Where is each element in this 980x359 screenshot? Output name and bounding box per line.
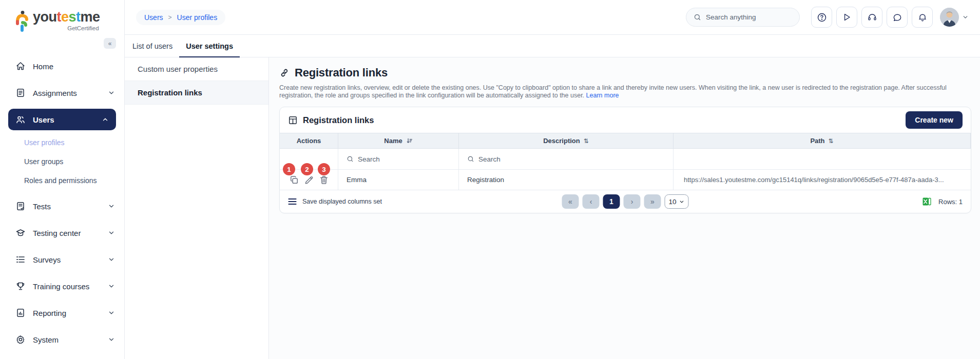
document-icon <box>15 88 26 98</box>
link-icon <box>279 68 290 78</box>
sort-icon[interactable]: ⇅ <box>829 137 834 145</box>
trophy-icon <box>15 281 26 291</box>
name-search-input[interactable] <box>358 155 419 163</box>
brand-logo: youtestme GetCertified <box>0 0 124 33</box>
sidebar-item-assignments[interactable]: Assignments <box>0 79 124 106</box>
home-icon <box>15 61 26 71</box>
global-search[interactable] <box>686 8 800 27</box>
topbar: Users > User profiles <box>125 0 980 35</box>
row-actions: 1 2 3 <box>280 170 338 190</box>
help-button[interactable] <box>811 7 832 28</box>
breadcrumb: Users > User profiles <box>136 10 225 25</box>
page-description: Create new registration links, overview,… <box>279 84 971 99</box>
user-settings-menu: Custom user properties Registration link… <box>125 57 269 359</box>
sidebar: youtestme GetCertified « Home Assignment… <box>0 0 125 359</box>
step-badge-2: 2 <box>301 163 313 175</box>
sidebar-item-reporting[interactable]: Reporting <box>0 300 124 326</box>
learn-more-link[interactable]: Learn more <box>586 92 619 99</box>
registration-links-table: Actions Name Description ⇅ Path ⇅ <box>280 133 971 190</box>
chat-button[interactable] <box>887 7 908 28</box>
sidebar-item-label: Assignments <box>33 89 77 97</box>
sidebar-item-home[interactable]: Home <box>0 53 124 79</box>
page-1-button[interactable]: 1 <box>603 194 620 209</box>
step-badge-3: 3 <box>318 163 330 175</box>
sidebar-item-testing-center[interactable]: Testing center <box>0 220 124 246</box>
column-header-path[interactable]: Path ⇅ <box>674 133 971 149</box>
rows-count-label: Rows: 1 <box>938 198 963 206</box>
user-menu[interactable] <box>940 8 969 27</box>
search-icon <box>467 155 474 163</box>
breadcrumb-users-link[interactable]: Users <box>144 13 163 22</box>
cell-name: Emma <box>338 170 459 190</box>
copy-to-clipboard-icon[interactable] <box>289 175 299 185</box>
breadcrumb-user-profiles-link[interactable]: User profiles <box>177 13 218 22</box>
notifications-bell-button[interactable] <box>912 7 933 28</box>
sidebar-collapse-button[interactable]: « <box>104 38 116 49</box>
column-header-description[interactable]: Description ⇅ <box>459 133 674 149</box>
registration-links-card: Registration links Create new Actions Na… <box>279 107 971 213</box>
test-document-icon <box>15 201 26 211</box>
brand-subtitle: GetCertified <box>33 26 100 32</box>
sidebar-item-user-profiles[interactable]: User profiles <box>0 133 124 152</box>
menu-item-custom-user-properties[interactable]: Custom user properties <box>125 57 268 81</box>
sidebar-item-label: Users <box>33 115 54 124</box>
cell-path[interactable]: https://sales1.youtestme.com/gc15141q/li… <box>674 170 971 190</box>
search-icon <box>347 155 354 163</box>
menu-item-label: Custom user properties <box>138 65 218 73</box>
column-header-actions: Actions <box>280 133 338 149</box>
users-submenu: User profiles User groups Roles and perm… <box>0 133 124 190</box>
sidebar-subitem-label: User profiles <box>24 138 65 147</box>
sidebar-nav: Home Assignments Users User profiles <box>0 53 124 353</box>
last-page-button[interactable]: » <box>644 194 661 209</box>
chevron-down-icon <box>108 229 115 236</box>
avatar[interactable] <box>940 8 959 27</box>
tabbar: List of users User settings <box>125 35 980 57</box>
list-icon <box>15 254 26 265</box>
first-page-button[interactable]: « <box>562 194 579 209</box>
chevron-down-icon <box>962 14 969 21</box>
save-columns-label: Save displayed columns set <box>302 198 382 205</box>
graduation-cap-icon <box>15 228 26 238</box>
sidebar-item-user-groups[interactable]: User groups <box>0 152 124 171</box>
save-columns-control[interactable]: Save displayed columns set <box>288 198 382 205</box>
sidebar-item-system[interactable]: System <box>0 326 124 353</box>
next-page-button[interactable]: › <box>623 194 640 209</box>
video-tutorials-button[interactable] <box>836 7 857 28</box>
description-search-input[interactable] <box>478 155 540 163</box>
create-new-button[interactable]: Create new <box>906 111 963 129</box>
column-header-name[interactable]: Name <box>338 133 459 149</box>
sidebar-item-surveys[interactable]: Surveys <box>0 246 124 273</box>
name-filter[interactable] <box>338 149 459 170</box>
report-chart-icon <box>15 308 26 318</box>
chevron-down-icon <box>108 203 115 210</box>
support-headset-button[interactable] <box>861 7 882 28</box>
card-title: Registration links <box>303 115 374 125</box>
sidebar-item-training-courses[interactable]: Training courses <box>0 273 124 300</box>
sidebar-item-tests[interactable]: Tests <box>0 193 124 220</box>
page-size-select[interactable]: 10 <box>664 194 688 209</box>
chevron-down-icon <box>108 256 115 263</box>
chevron-up-icon <box>102 116 109 123</box>
sort-icon[interactable]: ⇅ <box>584 137 589 145</box>
previous-page-button[interactable]: ‹ <box>582 194 599 209</box>
sidebar-item-users[interactable]: Users <box>8 109 116 130</box>
description-filter[interactable] <box>459 149 674 170</box>
chevron-down-icon <box>108 283 115 290</box>
brand-mark-icon <box>15 10 29 33</box>
edit-pencil-icon[interactable] <box>304 175 314 185</box>
menu-item-registration-links[interactable]: Registration links <box>125 81 268 105</box>
sidebar-subitem-label: User groups <box>24 157 63 166</box>
sort-applied-icon[interactable] <box>406 137 413 144</box>
search-input[interactable] <box>706 13 783 21</box>
sidebar-item-label: Training courses <box>33 282 89 291</box>
page-title: Registration links <box>295 66 388 79</box>
breadcrumb-separator: > <box>168 14 172 21</box>
gear-icon <box>15 334 26 345</box>
tab-list-of-users[interactable]: List of users <box>126 35 179 57</box>
export-excel-icon[interactable] <box>923 197 931 206</box>
delete-trash-icon[interactable] <box>319 175 329 185</box>
sidebar-item-roles-permissions[interactable]: Roles and permissions <box>0 171 124 190</box>
tab-user-settings[interactable]: User settings <box>179 35 240 57</box>
chevron-down-icon <box>108 89 115 96</box>
columns-menu-icon <box>288 198 297 205</box>
